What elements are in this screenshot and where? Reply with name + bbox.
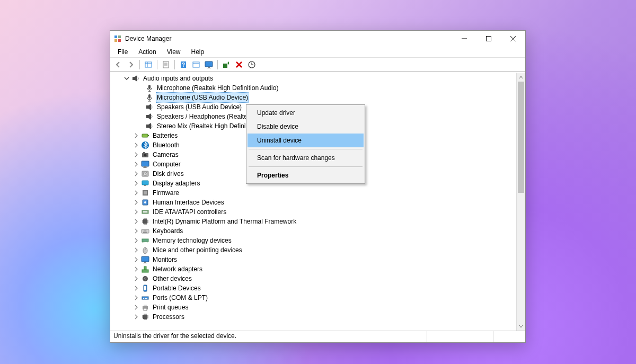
- scroll-up-icon[interactable]: [517, 73, 525, 82]
- chevron-right-icon[interactable]: [132, 256, 140, 263]
- tree-category[interactable]: Monitors: [111, 255, 516, 264]
- tree-label: Speakers / Headphones (Realtek: [156, 112, 252, 121]
- tree-category[interactable]: Human Interface Devices: [111, 198, 516, 207]
- menu-view[interactable]: View: [163, 47, 185, 57]
- menu-help[interactable]: Help: [187, 47, 209, 57]
- chevron-right-icon[interactable]: [132, 265, 140, 273]
- toolbar-monitor-button[interactable]: [203, 59, 215, 70]
- chevron-right-icon[interactable]: [132, 237, 140, 244]
- svg-rect-74: [163, 61, 169, 68]
- chevron-right-icon[interactable]: [132, 246, 140, 254]
- chevron-right-icon[interactable]: [132, 313, 140, 321]
- chevron-right-icon[interactable]: [132, 218, 140, 225]
- tree-label: Microphone (USB Audio Device): [156, 92, 249, 103]
- chevron-down-icon[interactable]: [123, 75, 130, 82]
- mic-icon: [145, 84, 154, 92]
- tree-label: Keyboards: [152, 226, 184, 236]
- tree-category[interactable]: Network adapters: [111, 264, 516, 274]
- window-title: Device Manager: [125, 35, 452, 42]
- chevron-right-icon[interactable]: [132, 208, 140, 216]
- chevron-right-icon[interactable]: [132, 285, 140, 292]
- ctx-properties[interactable]: Properties: [248, 168, 364, 182]
- tree-label: Intel(R) Dynamic Platform and Thermal Fr…: [152, 217, 297, 226]
- tree-category[interactable]: Portable Devices: [111, 283, 516, 293]
- tree-category[interactable]: Keyboards: [111, 226, 516, 236]
- tree-label: Monitors: [152, 255, 178, 264]
- ctx-disable-device[interactable]: Disable device: [248, 120, 364, 134]
- network-icon: [141, 265, 149, 273]
- tree-category[interactable]: Memory technology devices: [111, 236, 516, 245]
- ctx-separator: [249, 149, 363, 149]
- tree-label: Speakers (USB Audio Device): [156, 102, 243, 112]
- chevron-right-icon[interactable]: [132, 161, 140, 168]
- tree-device-selected[interactable]: Microphone (USB Audio Device): [111, 93, 516, 102]
- toolbar-properties-button[interactable]: [160, 59, 172, 70]
- device-manager-window: Device Manager File Action View Help ?: [110, 30, 526, 343]
- status-text: Uninstalls the driver for the selected d…: [110, 331, 427, 342]
- toolbar-refresh-button[interactable]: [190, 59, 202, 70]
- chevron-right-icon[interactable]: [132, 151, 140, 158]
- scroll-thumb[interactable]: [518, 82, 524, 193]
- tree-label: Display adapters: [152, 179, 201, 188]
- menu-action[interactable]: Action: [134, 47, 160, 57]
- vertical-scrollbar[interactable]: [516, 73, 525, 331]
- tree-category[interactable]: Firmware: [111, 188, 516, 198]
- chevron-right-icon[interactable]: [132, 227, 140, 235]
- toolbar-back-button[interactable]: [112, 59, 124, 70]
- ctx-separator: [249, 166, 363, 167]
- chevron-right-icon[interactable]: [132, 189, 140, 197]
- battery-icon: [141, 131, 149, 140]
- display-icon: [141, 179, 149, 188]
- tree-device[interactable]: Microphone (Realtek High Definition Audi…: [111, 83, 516, 93]
- tree-label: Print queues: [152, 303, 189, 312]
- chevron-right-icon[interactable]: [132, 294, 140, 301]
- printer-icon: [141, 303, 149, 312]
- hid-icon: [141, 198, 149, 207]
- tree-category[interactable]: Ports (COM & LPT): [111, 293, 516, 303]
- tree-label: Computer: [152, 159, 182, 169]
- maximize-button[interactable]: [476, 31, 501, 47]
- chevron-right-icon[interactable]: [132, 180, 140, 187]
- toolbar-scan-hardware-button[interactable]: [246, 59, 258, 70]
- scroll-down-icon[interactable]: [517, 322, 525, 331]
- chevron-right-icon[interactable]: [132, 141, 140, 149]
- tree-label: Mice and other pointing devices: [152, 245, 243, 255]
- tree-label: Bluetooth: [152, 140, 181, 150]
- ctx-uninstall-device[interactable]: Uninstall device: [248, 134, 364, 147]
- tree-category-audio[interactable]: Audio inputs and outputs: [111, 74, 516, 83]
- tree-category[interactable]: Print queues: [111, 303, 516, 312]
- chevron-right-icon[interactable]: [132, 275, 140, 282]
- other-icon: [141, 274, 149, 283]
- app-icon: [113, 34, 122, 43]
- svg-rect-71: [145, 62, 152, 67]
- tree-label: Firmware: [152, 188, 180, 198]
- toolbar-show-hidden-button[interactable]: [143, 59, 154, 70]
- tree-category[interactable]: Intel(R) Dynamic Platform and Thermal Fr…: [111, 217, 516, 226]
- chip-icon: [141, 217, 149, 226]
- tree-label: Ports (COM & LPT): [152, 293, 209, 303]
- tree-category[interactable]: Other devices: [111, 274, 516, 283]
- tree-category[interactable]: Mice and other pointing devices: [111, 245, 516, 255]
- computer-icon: [141, 160, 149, 168]
- toolbar-help-button[interactable]: ?: [178, 59, 189, 70]
- tree-label: Network adapters: [152, 264, 204, 274]
- chevron-right-icon[interactable]: [132, 199, 140, 206]
- chevron-right-icon[interactable]: [132, 170, 140, 177]
- chevron-right-icon[interactable]: [132, 132, 140, 139]
- ctx-scan-hardware[interactable]: Scan for hardware changes: [248, 151, 364, 165]
- bluetooth-icon: [141, 141, 149, 149]
- ctx-update-driver[interactable]: Update driver: [248, 106, 364, 120]
- tree-label: Cameras: [152, 150, 180, 159]
- minimize-button[interactable]: [452, 31, 476, 47]
- chevron-right-icon[interactable]: [132, 304, 140, 311]
- speaker-icon: [145, 112, 154, 121]
- titlebar: Device Manager: [110, 31, 525, 47]
- toolbar-forward-button[interactable]: [125, 59, 137, 70]
- tree-category[interactable]: IDE ATA/ATAPI controllers: [111, 207, 516, 217]
- menu-file[interactable]: File: [113, 47, 132, 57]
- tree-category[interactable]: Processors: [111, 312, 516, 322]
- close-button[interactable]: [501, 31, 525, 47]
- toolbar-uninstall-button[interactable]: [233, 59, 245, 70]
- tree-label: Disk drives: [152, 169, 185, 179]
- toolbar-update-driver-button[interactable]: [220, 59, 232, 70]
